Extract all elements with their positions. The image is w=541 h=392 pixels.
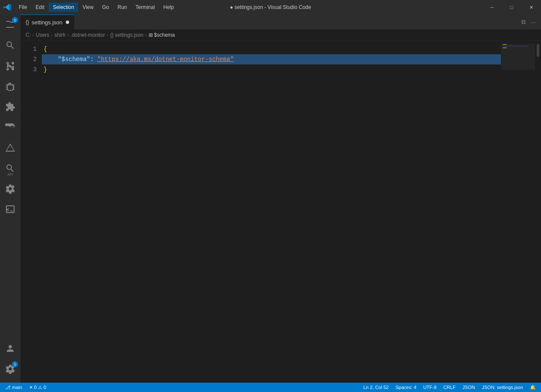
source-control-icon [5, 61, 15, 71]
debug-icon [5, 81, 15, 91]
code-line-1: { [42, 44, 501, 54]
more-actions-button[interactable]: ··· [529, 17, 538, 27]
branch-name: main [12, 385, 22, 390]
line-col-text: Ln 2, Col 52 [363, 385, 389, 390]
status-encoding[interactable]: UTF-8 [421, 383, 438, 392]
status-errors[interactable]: ✕ 0 ⚠ 0 [27, 383, 48, 392]
language-text: JSON [462, 385, 475, 390]
menu-help[interactable]: Help [159, 3, 178, 12]
explorer-badge: 1 [12, 17, 18, 23]
triangle-icon [5, 143, 15, 153]
activity-debug[interactable] [0, 76, 20, 97]
status-schema[interactable]: JSON: settings.json [480, 383, 525, 392]
line-number-2: 2 [20, 54, 37, 64]
breadcrumb-drive[interactable]: C: [26, 32, 31, 38]
window-controls: ─ □ ✕ [482, 0, 541, 15]
line-number-1: 1 [20, 44, 37, 54]
line-ending-text: CRLF [443, 385, 456, 390]
activity-bottom: 1 [0, 338, 20, 383]
window-title: ● settings.json - Visual Studio Code [230, 4, 311, 10]
token-schema-key: "$schema" [58, 54, 91, 64]
menu-view[interactable]: View [78, 3, 98, 12]
activity-api[interactable]: API [0, 158, 20, 178]
menu-terminal[interactable]: Terminal [131, 3, 159, 12]
tab-bar-actions: ⧉ ··· [516, 15, 541, 29]
settings-json-tab[interactable]: {} settings.json [20, 15, 74, 29]
line-number-3: 3 [20, 64, 37, 75]
git-branch-icon: ⎇ [5, 385, 11, 390]
editor-area: {} settings.json ⧉ ··· C: › Users › shir… [20, 15, 541, 383]
maximize-button[interactable]: □ [502, 0, 521, 15]
manage-badge: 1 [12, 361, 18, 367]
terminal-icon [5, 204, 15, 214]
error-icon: ✕ [29, 385, 33, 390]
menu-edit[interactable]: Edit [31, 3, 49, 12]
close-button[interactable]: ✕ [521, 0, 541, 15]
json-file-icon: {} [26, 19, 29, 25]
activity-account[interactable] [0, 338, 20, 359]
bell-icon: 🔔 [530, 385, 536, 390]
token-schema-value: "https://aka.ms/dotnet-monitor-schema" [97, 54, 234, 64]
activity-terminal[interactable] [0, 199, 20, 219]
tab-bar: {} settings.json ⧉ ··· [20, 15, 541, 29]
code-content[interactable]: { "$schema": "https://aka.ms/dotnet-moni… [42, 41, 501, 383]
code-editor[interactable]: 1 2 3 { "$schema": "https://aka.ms/dotne… [20, 41, 541, 383]
warning-count: 0 [44, 385, 46, 390]
status-spaces[interactable]: Spaces: 4 [394, 383, 418, 392]
schema-text: JSON: settings.json [482, 385, 523, 390]
menu-run[interactable]: Run [113, 3, 131, 12]
status-branch[interactable]: ⎇ main [3, 383, 24, 392]
breadcrumb-settings-json[interactable]: {} settings.json [110, 32, 143, 38]
status-line-col[interactable]: Ln 2, Col 52 [362, 383, 390, 392]
breadcrumb-dotnet-monitor[interactable]: .dotnet-monitor [70, 32, 105, 38]
api-label: API [8, 173, 13, 176]
error-count: 0 [34, 385, 37, 390]
menu-go[interactable]: Go [98, 3, 113, 12]
encoding-text: UTF-8 [423, 385, 436, 390]
breadcrumb-schema[interactable]: ⊞ $schema [149, 32, 175, 38]
vscode-logo-icon [3, 3, 11, 11]
activity-manage[interactable]: 1 [0, 359, 20, 379]
breadcrumb-users[interactable]: Users [36, 32, 49, 38]
tab-filename: settings.json [32, 19, 62, 26]
tab-modified-indicator [66, 20, 69, 24]
activity-explorer[interactable]: 1 [0, 15, 20, 35]
search-icon [5, 40, 15, 50]
split-editor-button[interactable]: ⧉ [520, 17, 527, 27]
menu-bar: File Edit Selection View Go Run Terminal… [15, 3, 178, 12]
extensions-icon [5, 102, 15, 112]
menu-file[interactable]: File [15, 3, 31, 12]
activity-settings-cog[interactable] [0, 178, 20, 199]
activity-search[interactable] [0, 35, 20, 56]
token-open-brace: { [44, 44, 47, 54]
breadcrumb-shirh[interactable]: shirh [54, 32, 65, 38]
activity-bar: 1 [0, 15, 20, 383]
scrollbar-track[interactable] [535, 41, 541, 383]
token-colon: : [90, 54, 97, 64]
status-bar-left: ⎇ main ✕ 0 ⚠ 0 [3, 383, 48, 392]
minimap-viewport [501, 44, 535, 70]
minimap [501, 41, 535, 383]
status-bar-right: Ln 2, Col 52 Spaces: 4 UTF-8 CRLF JSON J… [362, 383, 538, 392]
title-bar: File Edit Selection View Go Run Terminal… [0, 0, 541, 15]
status-language[interactable]: JSON [461, 383, 477, 392]
api-icon [5, 163, 15, 173]
menu-selection[interactable]: Selection [49, 3, 78, 12]
scrollbar-thumb[interactable] [537, 44, 539, 57]
code-line-3: } [42, 64, 501, 75]
code-line-2: "$schema": "https://aka.ms/dotnet-monito… [42, 54, 501, 64]
activity-triangle[interactable] [0, 137, 20, 158]
spaces-text: Spaces: 4 [395, 385, 416, 390]
minimize-button[interactable]: ─ [482, 0, 502, 15]
status-line-ending[interactable]: CRLF [442, 383, 457, 392]
docker-icon [5, 122, 15, 132]
main-layout: 1 [0, 15, 541, 383]
activity-docker[interactable] [0, 117, 20, 137]
status-notification[interactable]: 🔔 [528, 383, 538, 392]
activity-source-control[interactable] [0, 56, 20, 76]
activity-extensions[interactable] [0, 97, 20, 117]
breadcrumb: C: › Users › shirh › .dotnet-monitor › {… [20, 29, 541, 41]
title-bar-left: File Edit Selection View Go Run Terminal… [3, 3, 178, 12]
token-close-brace: } [44, 64, 47, 75]
warning-icon: ⚠ [38, 385, 42, 390]
